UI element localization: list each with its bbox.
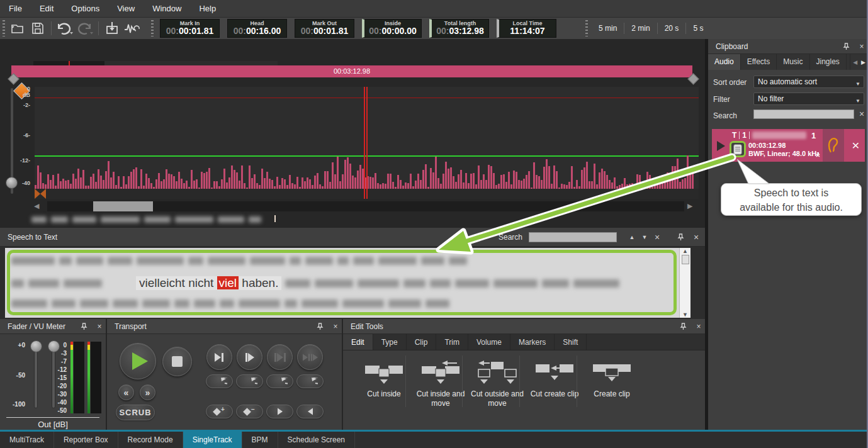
pin-icon[interactable]: [677, 233, 690, 241]
tab-jingles[interactable]: Jingles: [810, 54, 847, 70]
skip-back-button[interactable]: «: [118, 384, 134, 400]
zoom-range-strip[interactable]: [33, 61, 278, 65]
toolbar-grip[interactable]: [151, 20, 154, 36]
menu-file[interactable]: File: [0, 4, 31, 13]
scrollbar-thumb[interactable]: [682, 255, 689, 264]
tool-cut-inside-and-move[interactable]: Cut inside and move: [413, 361, 468, 408]
sort-order-dropdown[interactable]: No automatic sort▼: [753, 76, 864, 88]
tool-cut-create-clip[interactable]: Cut create clip: [527, 361, 582, 399]
scroll-right-arrow[interactable]: ▶: [687, 202, 692, 210]
scrollbar-thumb[interactable]: [93, 201, 153, 211]
tab-singletrack[interactable]: SingleTrack: [183, 432, 242, 448]
pin-icon[interactable]: [680, 323, 692, 330]
menu-help[interactable]: Help: [190, 4, 225, 13]
scroll-up-icon[interactable]: ▲: [682, 248, 688, 254]
tab-volume[interactable]: Volume: [468, 334, 510, 350]
menu-view[interactable]: View: [108, 4, 144, 13]
open-folder-button[interactable]: [8, 20, 28, 36]
pin-icon[interactable]: [317, 323, 329, 330]
remove-marker-button[interactable]: −: [236, 405, 263, 418]
play-around-button[interactable]: [297, 344, 323, 370]
toolbar-grip[interactable]: [3, 20, 5, 36]
loop-button-3[interactable]: [266, 374, 293, 388]
tab-audio[interactable]: Audio: [708, 54, 741, 70]
playhead-cursor[interactable]: [364, 87, 365, 199]
tab-bpm[interactable]: BPM: [242, 432, 278, 448]
loop-button-1[interactable]: [206, 374, 233, 388]
speech-search-input[interactable]: [529, 232, 617, 242]
tab-shift[interactable]: Shift: [555, 334, 587, 350]
entry-delete-button[interactable]: ×: [847, 129, 865, 162]
waveform-scrollbar[interactable]: [47, 201, 684, 211]
prelisten-section[interactable]: [823, 129, 844, 162]
import-audio-button[interactable]: [102, 20, 122, 36]
crossfade-marker-icon[interactable]: [35, 189, 46, 199]
prev-marker-button[interactable]: [296, 405, 324, 418]
pin-icon[interactable]: [843, 43, 855, 50]
audio-waveform-button[interactable]: [122, 20, 142, 36]
play-selection-button[interactable]: [267, 344, 293, 370]
close-icon[interactable]: ×: [93, 322, 106, 331]
search-clear-icon[interactable]: ×: [651, 232, 663, 242]
filter-dropdown[interactable]: No filter▼: [753, 92, 864, 105]
menu-window[interactable]: Window: [144, 4, 190, 13]
redo-button[interactable]: [75, 20, 95, 36]
tab-edit[interactable]: Edit: [343, 334, 373, 350]
play-button[interactable]: [120, 343, 156, 379]
close-icon[interactable]: ×: [855, 42, 868, 51]
next-marker-button[interactable]: [266, 405, 293, 418]
play-from-cursor-button[interactable]: [237, 344, 262, 370]
scroll-down-icon[interactable]: ▼: [682, 311, 688, 318]
scrub-button[interactable]: SCRUB: [116, 405, 155, 420]
tab-type[interactable]: Type: [373, 334, 407, 350]
tab-music[interactable]: Music: [777, 54, 809, 70]
menu-edit[interactable]: Edit: [31, 4, 62, 13]
tab-trim[interactable]: Trim: [436, 334, 468, 350]
tab-effects[interactable]: Effects: [741, 54, 777, 70]
clipboard-search-input[interactable]: [753, 109, 854, 119]
stop-button[interactable]: [162, 347, 192, 376]
scroll-left-arrow[interactable]: ◀: [34, 202, 39, 210]
zoom-2min-button[interactable]: 2 min: [624, 22, 657, 35]
playhead-cursor[interactable]: [366, 87, 368, 199]
tab-record-mode[interactable]: Record Mode: [118, 432, 183, 448]
pin-icon[interactable]: [81, 323, 93, 330]
loop-button-4[interactable]: [296, 374, 324, 388]
tool-create-clip[interactable]: Create clip: [584, 361, 640, 399]
tool-cut-outside-and-move[interactable]: Cut outside and move: [470, 361, 525, 408]
transcript-area[interactable]: vielleicht nicht viel haben. ▲ ▼: [5, 248, 690, 318]
search-prev-icon[interactable]: ▲: [626, 234, 638, 240]
menu-options[interactable]: Options: [62, 4, 108, 13]
tab-markers[interactable]: Markers: [510, 334, 555, 350]
play-to-end-button[interactable]: [206, 344, 232, 370]
output-fader-track-left[interactable]: [34, 348, 38, 408]
waveform-canvas[interactable]: [35, 87, 699, 199]
transcript-scrollbar[interactable]: ▲ ▼: [679, 248, 690, 318]
toolbar-grip[interactable]: [585, 20, 588, 36]
close-icon[interactable]: ×: [690, 232, 702, 242]
tabs-scroll-left-icon[interactable]: ◀: [853, 59, 857, 65]
skip-forward-button[interactable]: »: [140, 384, 155, 400]
tab-reporter-box[interactable]: Reporter Box: [54, 432, 118, 448]
output-fader-knob-left[interactable]: [30, 340, 42, 352]
zoom-20s-button[interactable]: 20 s: [658, 22, 686, 35]
tab-clip[interactable]: Clip: [407, 334, 437, 350]
tool-cut-inside[interactable]: Cut inside: [356, 361, 412, 399]
tab-schedule-screen[interactable]: Schedule Screen: [278, 432, 355, 448]
tabs-scroll-right-icon[interactable]: ▶: [861, 59, 865, 65]
close-icon[interactable]: ×: [692, 322, 705, 331]
clip-overview-bar[interactable]: 00:03:12.98: [11, 65, 692, 77]
entry-play-icon[interactable]: [717, 141, 725, 151]
save-button[interactable]: [28, 20, 48, 36]
undo-button[interactable]: [55, 20, 75, 36]
collapse-chevrons-icon[interactable]: »: [813, 153, 822, 157]
add-marker-button[interactable]: +: [206, 405, 233, 418]
close-icon[interactable]: ×: [329, 322, 342, 331]
tab-multitrack[interactable]: MultiTrack: [0, 432, 54, 448]
zoom-5s-button[interactable]: 5 s: [686, 22, 710, 35]
clipboard-audio-entry[interactable]: T 1 1 00:03:12.98 BWF, Linear; 48.0 kHz …: [712, 129, 865, 162]
zoom-5min-button[interactable]: 5 min: [592, 22, 624, 35]
search-clear-icon[interactable]: ×: [855, 109, 868, 119]
loop-button-2[interactable]: [236, 374, 263, 388]
speech-text-doc-icon[interactable]: [730, 141, 746, 157]
